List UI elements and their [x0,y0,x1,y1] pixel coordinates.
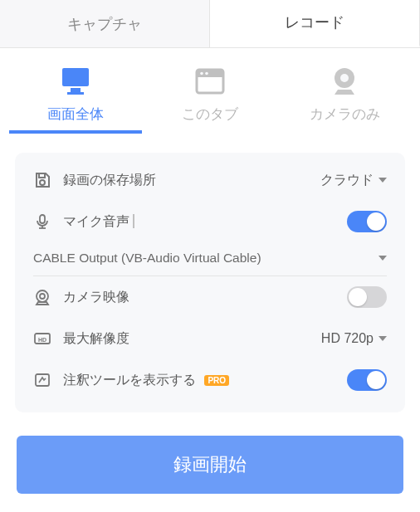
tab-capture-label: キャプチャ [67,14,142,34]
save-icon [33,171,51,189]
save-location-row[interactable]: 録画の保存場所 クラウド [15,159,405,201]
svg-point-10 [40,180,45,185]
annotation-tools-label: 注釈ツールを表示する PRO [63,372,335,389]
mode-camera-label: カメラのみ [310,105,380,124]
svg-rect-2 [67,92,84,95]
microphone-icon [33,212,51,231]
svg-point-14 [37,290,48,302]
settings-panel: 録画の保存場所 クラウド マイク音声 CABLE Output (VB-Audi… [15,153,405,412]
mode-fullscreen-label: 画面全体 [47,105,104,124]
start-recording-button[interactable]: 録画開始 [17,436,403,494]
mode-thistab-label: このタブ [182,105,238,124]
mode-camera[interactable]: カメラのみ [278,66,411,134]
mic-audio-label: マイク音声 [63,213,335,231]
tab-record[interactable]: レコード [210,0,420,47]
mic-audio-row: マイク音声 [15,201,405,242]
camera-video-row: カメラ映像 [15,276,405,318]
camera-icon [33,288,51,306]
hd-icon: HD [33,329,51,348]
webcam-icon [328,66,361,96]
tab-record-label: レコード [285,12,344,32]
mode-thistab[interactable]: このタブ [144,66,276,134]
camera-video-toggle[interactable] [347,286,387,308]
annotation-icon [33,371,51,389]
start-recording-label: 録画開始 [173,454,247,475]
max-resolution-row[interactable]: HD 最大解像度 HD 720p [15,318,405,359]
svg-point-5 [200,72,203,76]
chevron-down-icon [378,178,387,183]
chevron-down-icon [378,256,387,261]
pro-badge: PRO [204,375,229,386]
max-resolution-value: HD 720p [321,331,387,346]
max-resolution-label: 最大解像度 [63,330,310,348]
annotation-tools-toggle[interactable] [347,369,387,391]
tab-capture[interactable]: キャプチャ [0,0,210,47]
chevron-down-icon [378,336,387,341]
save-location-label: 録画の保存場所 [63,172,309,189]
svg-point-6 [205,72,208,76]
text-cursor [133,214,134,228]
top-tabs: キャプチャ レコード [0,0,420,48]
camera-video-label: カメラ映像 [63,289,335,306]
mic-device-label: CABLE Output (VB-Audio Virtual Cable) [33,251,261,266]
svg-rect-0 [62,68,89,86]
annotation-tools-row: 注釈ツールを表示する PRO [15,359,405,401]
svg-rect-9 [39,173,45,178]
svg-rect-11 [40,215,45,223]
tab-icon [193,66,227,96]
save-location-value: クラウド [320,172,387,189]
mode-fullscreen[interactable]: 画面全体 [9,66,142,134]
mic-audio-toggle[interactable] [347,211,387,232]
svg-rect-18 [36,374,49,386]
svg-rect-1 [71,88,81,92]
svg-point-8 [340,74,349,82]
mode-tabs: 画面全体 このタブ カメラのみ [0,48,420,138]
svg-text:HD: HD [38,337,46,343]
monitor-icon [59,66,92,96]
mic-device-row[interactable]: CABLE Output (VB-Audio Virtual Cable) [33,242,387,276]
svg-point-15 [40,294,45,299]
